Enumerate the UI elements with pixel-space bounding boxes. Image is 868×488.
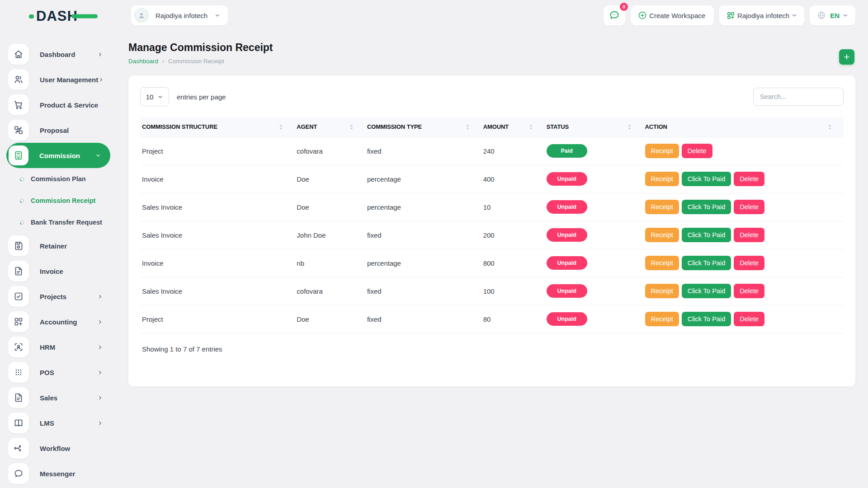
cell-status: Unpaid: [545, 165, 643, 193]
table-row: Invoicenbpercentage800UnpaidReceiptClick…: [140, 249, 844, 277]
status-badge: Unpaid: [547, 256, 587, 270]
sidebar-item-retainer[interactable]: Retainer: [0, 233, 117, 258]
language-selector[interactable]: EN: [810, 5, 855, 25]
delete-button[interactable]: Delete: [734, 256, 764, 270]
sort-icon[interactable]: [627, 124, 632, 130]
status-badge: Unpaid: [547, 200, 587, 214]
column-header-commission-type[interactable]: COMMISSION TYPE: [365, 117, 481, 137]
sidebar-item-commission[interactable]: Commission: [6, 143, 110, 168]
status-badge: Unpaid: [547, 312, 587, 326]
person-icon: [137, 11, 146, 20]
receipt-button[interactable]: Receipt: [645, 200, 679, 214]
chevron-right-icon: [97, 395, 103, 401]
column-header-label: STATUS: [547, 123, 569, 130]
column-header-status[interactable]: STATUS: [545, 117, 643, 137]
sidebar-item-label: Workflow: [40, 445, 70, 452]
column-header-agent[interactable]: AGENT: [295, 117, 365, 137]
cell-agent: cofovara: [295, 277, 365, 305]
sidebar-item-product-service[interactable]: Product & Service: [0, 92, 117, 117]
chevron-right-icon: [97, 344, 103, 350]
sidebar-item-accounting[interactable]: Accounting: [0, 309, 117, 334]
breadcrumb-current: Commission Receipt: [168, 58, 224, 65]
search-input[interactable]: [753, 88, 844, 106]
sidebar-item-sales[interactable]: Sales: [0, 385, 117, 410]
cell-commission-structure: Project: [140, 305, 295, 333]
sort-icon[interactable]: [349, 124, 354, 130]
click-to-paid-button[interactable]: Click To Paid: [682, 200, 731, 214]
chevron-down-icon: [842, 12, 849, 19]
sort-icon[interactable]: [828, 124, 832, 130]
receipt-button[interactable]: Receipt: [645, 228, 679, 242]
click-to-paid-button[interactable]: Click To Paid: [682, 172, 731, 186]
click-to-paid-button[interactable]: Click To Paid: [682, 312, 731, 326]
delete-button[interactable]: Delete: [734, 172, 764, 186]
column-header-action[interactable]: ACTION: [643, 117, 844, 137]
receipt-button[interactable]: Receipt: [645, 312, 679, 326]
sidebar-item-dashboard[interactable]: Dashboard: [0, 42, 117, 67]
topbar-right: 0 Create Workspace Rajodiya infotech EN: [604, 5, 855, 25]
company-name-label: Rajodiya infotech: [737, 12, 789, 19]
sidebar-item-label: Accounting: [40, 318, 77, 326]
chevron-right-icon: [97, 319, 103, 325]
sidebar-item-label: Invoice: [40, 267, 63, 275]
cell-action: ReceiptClick To PaidDelete: [643, 165, 844, 193]
add-commission-receipt-button[interactable]: [839, 49, 854, 65]
delete-button[interactable]: Delete: [734, 284, 764, 298]
cell-agent: John Doe: [295, 221, 365, 249]
cell-commission-structure: Project: [140, 137, 295, 165]
sidebar-item-label: Dashboard: [40, 51, 75, 58]
delete-button[interactable]: Delete: [734, 228, 764, 242]
table-row: Sales InvoiceDoepercentage10UnpaidReceip…: [140, 193, 844, 221]
sidebar-item-projects[interactable]: Projects: [0, 284, 117, 309]
receipt-button[interactable]: Receipt: [645, 284, 679, 298]
column-header-label: COMMISSION TYPE: [367, 123, 422, 130]
sidebar-item-user-management[interactable]: User Management: [0, 67, 117, 92]
create-workspace-label: Create Workspace: [649, 12, 705, 19]
workspace-user-label: Rajodiya infotech: [156, 12, 208, 19]
sort-icon[interactable]: [529, 124, 533, 130]
company-selector[interactable]: Rajodiya infotech: [719, 5, 804, 25]
cell-status: Unpaid: [545, 221, 643, 249]
cell-action: ReceiptClick To PaidDelete: [643, 277, 844, 305]
messenger-button[interactable]: 0: [604, 5, 625, 25]
cell-amount: 80: [481, 305, 545, 333]
column-header-amount[interactable]: AMOUNT: [481, 117, 545, 137]
globe-icon: [816, 10, 826, 20]
cell-commission-type: fixed: [365, 277, 481, 305]
click-to-paid-button[interactable]: Click To Paid: [682, 256, 731, 270]
delete-button[interactable]: Delete: [734, 200, 764, 214]
workspace-user-selector[interactable]: Rajodiya infotech: [131, 5, 228, 25]
commission-receipt-table: COMMISSION STRUCTUREAGENTCOMMISSION TYPE…: [140, 117, 844, 333]
sidebar-item-label: Proposal: [40, 127, 69, 134]
sidebar-item-messenger[interactable]: Messenger: [0, 461, 117, 486]
delete-button[interactable]: Delete: [682, 144, 712, 158]
sort-icon[interactable]: [279, 124, 283, 130]
click-to-paid-button[interactable]: Click To Paid: [682, 284, 731, 298]
cell-agent: cofovara: [295, 137, 365, 165]
cell-commission-structure: Sales Invoice: [140, 277, 295, 305]
sidebar-item-pos[interactable]: POS: [0, 360, 117, 385]
click-to-paid-button[interactable]: Click To Paid: [682, 228, 731, 242]
delete-button[interactable]: Delete: [734, 312, 764, 326]
entries-per-page-select[interactable]: 10: [140, 87, 169, 106]
avatar: [134, 8, 149, 23]
sidebar-subitem-bank-transfer-request[interactable]: Bank Transfer Request: [0, 211, 117, 233]
sidebar-item-workflow[interactable]: Workflow: [0, 436, 117, 461]
sidebar-subitem-commission-receipt[interactable]: Commission Receipt: [0, 190, 117, 211]
column-header-commission-structure[interactable]: COMMISSION STRUCTURE: [140, 117, 295, 137]
table-header-row: COMMISSION STRUCTUREAGENTCOMMISSION TYPE…: [140, 117, 844, 137]
chevron-right-icon: [97, 420, 103, 426]
sidebar-item-lms[interactable]: LMS: [0, 410, 117, 436]
receipt-button[interactable]: Receipt: [645, 144, 679, 158]
sidebar-subitem-commission-plan[interactable]: Commission Plan: [0, 168, 117, 190]
sidebar-item-proposal[interactable]: Proposal: [0, 117, 117, 143]
sidebar-item-invoice[interactable]: Invoice: [0, 258, 117, 284]
receipt-button[interactable]: Receipt: [645, 172, 679, 186]
cell-amount: 400: [481, 165, 545, 193]
sidebar-item-hrm[interactable]: HRM: [0, 334, 117, 360]
sort-icon[interactable]: [466, 124, 470, 130]
create-workspace-button[interactable]: Create Workspace: [631, 5, 714, 25]
receipt-button[interactable]: Receipt: [645, 256, 679, 270]
grid-plus-icon: [8, 311, 29, 332]
breadcrumb-dashboard-link[interactable]: Dashboard: [128, 58, 158, 65]
